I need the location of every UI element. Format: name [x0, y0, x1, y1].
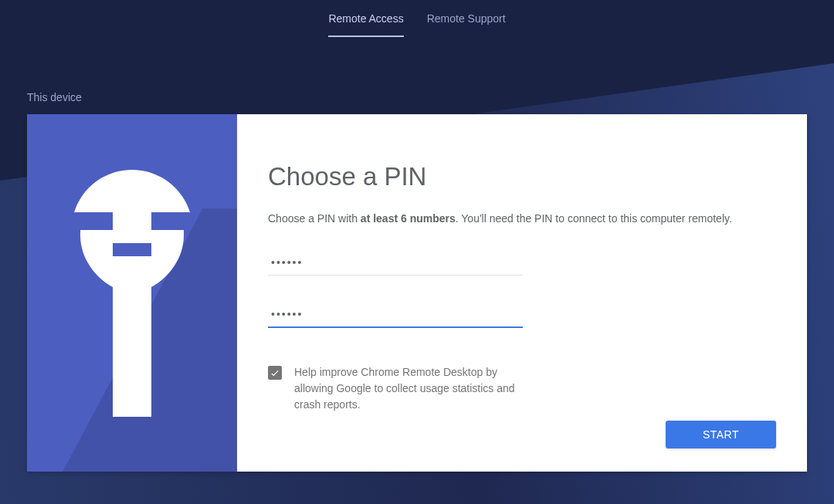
tab-remote-access[interactable]: Remote Access	[328, 12, 403, 37]
start-button[interactable]: START	[666, 421, 776, 448]
desc-suffix: . You'll need the PIN to connect to this…	[456, 212, 732, 225]
section-label-this-device: This device	[0, 37, 834, 114]
pin-confirm-input[interactable]	[268, 302, 523, 328]
pin-input[interactable]	[268, 250, 523, 276]
tab-remote-support[interactable]: Remote Support	[427, 12, 506, 37]
desc-strong: at least 6 numbers	[361, 212, 456, 225]
usage-stats-checkbox[interactable]	[268, 366, 282, 380]
usage-stats-checkbox-row: Help improve Chrome Remote Desktop by al…	[268, 364, 776, 413]
wrench-icon	[65, 170, 199, 417]
tabs-nav: Remote Access Remote Support	[0, 0, 834, 37]
checkmark-icon	[270, 367, 280, 378]
usage-stats-label: Help improve Chrome Remote Desktop by al…	[294, 364, 526, 413]
card-content: Choose a PIN Choose a PIN with at least …	[237, 114, 807, 472]
card-illustration-panel	[27, 114, 237, 472]
setup-card: Choose a PIN Choose a PIN with at least …	[27, 114, 807, 472]
card-description: Choose a PIN with at least 6 numbers. Yo…	[268, 211, 776, 227]
card-title: Choose a PIN	[268, 162, 776, 191]
card-actions: START	[268, 421, 776, 448]
desc-prefix: Choose a PIN with	[268, 212, 361, 225]
